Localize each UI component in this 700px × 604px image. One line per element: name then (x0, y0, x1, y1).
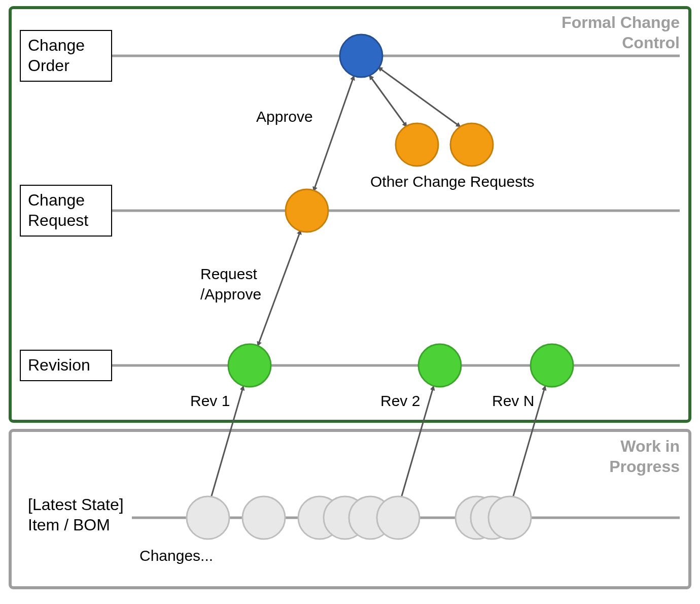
node-other-change-request-2 (450, 123, 493, 166)
wip-box-title-1: Work in (620, 437, 680, 455)
wip-box-title-2: Progress (609, 457, 680, 476)
arrow-co-to-ocr1 (369, 75, 407, 127)
lane-label-revision: Revision (28, 356, 90, 374)
label-changes: Changes... (139, 547, 213, 564)
label-approve: Approve (256, 108, 313, 125)
label-rev1: Rev 1 (190, 392, 230, 409)
label-revn: Rev N (492, 392, 534, 409)
arrow-rev1-to-cr (258, 230, 301, 346)
formal-box-title-1: Formal Change (562, 13, 680, 31)
lane-label-change-request-2: Request (28, 211, 88, 229)
node-change-order (340, 35, 382, 77)
arrow-cr-to-co (313, 76, 354, 191)
label-rev2: Rev 2 (380, 392, 420, 409)
lane-label-latest-state-2: Item / BOM (28, 516, 110, 534)
node-wip-1 (187, 496, 229, 539)
arrow-co-to-ocr2 (378, 67, 461, 127)
node-change-request (286, 189, 328, 232)
node-rev2 (418, 344, 461, 387)
node-other-change-request-1 (396, 123, 438, 166)
node-revn (531, 344, 573, 387)
node-rev1 (228, 344, 271, 387)
formal-box-title-2: Control (622, 33, 680, 52)
lane-label-latest-state-1: [Latest State] (28, 495, 124, 514)
node-wip-9 (488, 496, 531, 539)
lane-label-change-order-1: Change (28, 36, 85, 54)
label-request-approve-2: /Approve (200, 286, 261, 303)
node-wip-6 (377, 496, 419, 539)
lane-label-change-request-1: Change (28, 191, 85, 209)
lane-label-change-order-2: Order (28, 56, 69, 75)
label-request-approve-1: Request (200, 265, 257, 282)
label-other-change-requests: Other Change Requests (370, 173, 535, 190)
node-wip-2 (242, 496, 285, 539)
